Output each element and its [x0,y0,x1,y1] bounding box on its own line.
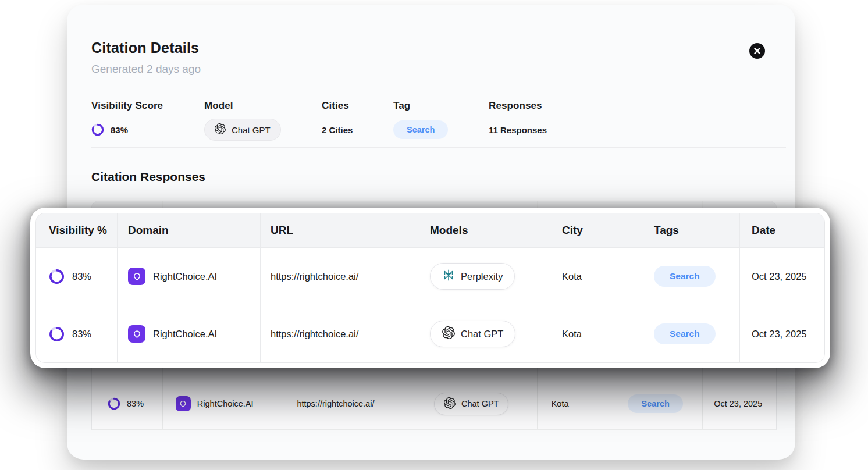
progress-ring-icon [108,397,120,410]
url-text: https://rightchoice.ai/ [271,271,358,282]
column-header-city: City [549,213,638,247]
model-chip: Perplexity [430,263,515,290]
model-chip-label: Chat GPT [461,329,503,340]
rightchoice-logo-icon [128,268,145,285]
date-text: Oct 23, 2025 [752,329,806,340]
divider [91,86,786,86]
visibility-value: 83% [127,399,144,408]
progress-ring-icon [49,269,65,284]
column-header-url: URL [261,213,417,247]
domain-name: RightChoice.AI [153,329,217,340]
divider [91,147,786,148]
stat-label: Responses [489,100,547,112]
city-text: Kota [552,399,569,408]
url-text: https://rightchoice.ai/ [297,399,374,408]
section-title: Citation Responses [91,170,205,184]
table-header-row: Visibility % Domain URL Models City Tags… [36,213,824,247]
close-icon [749,43,765,59]
openai-logo-icon [444,397,456,411]
stat-label: Visibility Score [91,100,163,112]
stat-cities: Cities 2 Cities [322,100,353,140]
perplexity-logo-icon [442,269,455,284]
stat-responses: Responses 11 Responses [489,100,547,140]
model-chip: Chat GPT [430,321,515,347]
table-row[interactable]: 83% RightChoice.AI https://rightchoice.a… [36,247,824,305]
generated-timestamp: Generated 2 days ago [91,63,201,76]
tag-badge: Search [628,394,682,413]
date-text: Oct 23, 2025 [714,399,762,408]
model-chip: Chat GPT [204,119,281,141]
model-chip-label: Chat GPT [232,125,271,135]
model-chip-label: Perplexity [461,271,503,282]
column-header-tags: Tags [638,213,740,247]
visibility-value: 83% [72,329,91,340]
column-header-date: Date [740,213,824,247]
stat-tag: Tag Search [393,100,448,140]
tag-badge: Search [654,266,716,287]
model-chip: Chat GPT [434,393,508,415]
progress-ring-icon [49,326,65,342]
stat-model: Model Chat GPT [204,100,281,140]
stat-visibility-score: Visibility Score 83% [91,100,163,140]
rightchoice-logo-icon [176,396,191,411]
stat-value: 2 Cities [322,125,353,135]
stat-label: Model [204,100,281,112]
table-row[interactable]: 83% RightChoice.AI https://rightchoice.a… [92,378,776,430]
page-title: Citation Details [91,40,199,56]
stat-value: 11 Responses [489,125,547,135]
column-header-models: Models [417,213,549,247]
stat-label: Cities [322,100,353,112]
openai-logo-icon [215,123,226,136]
tag-badge: Search [393,120,448,139]
url-text: https://rightchoice.ai/ [271,329,358,340]
progress-ring-icon [91,123,104,136]
model-chip-label: Chat GPT [461,399,499,408]
domain-name: RightChoice.AI [153,271,217,282]
stat-value: 83% [111,125,128,135]
rightchoice-logo-icon [128,325,145,343]
close-button[interactable] [749,43,765,59]
visibility-value: 83% [72,271,91,282]
column-header-visibility: Visibility % [36,213,118,247]
zoomed-table-card: Visibility % Domain URL Models City Tags… [30,208,830,368]
tag-badge: Search [654,323,716,344]
table-row[interactable]: 83% RightChoice.AI https://rightchoice.a… [36,305,824,362]
city-text: Kota [562,329,582,340]
date-text: Oct 23, 2025 [752,271,806,282]
column-header-domain: Domain [118,213,261,247]
domain-name: RightChoice.AI [197,399,254,408]
openai-logo-icon [442,326,455,341]
city-text: Kota [562,271,582,282]
stat-label: Tag [393,100,448,112]
zoomed-table: Visibility % Domain URL Models City Tags… [35,213,825,363]
